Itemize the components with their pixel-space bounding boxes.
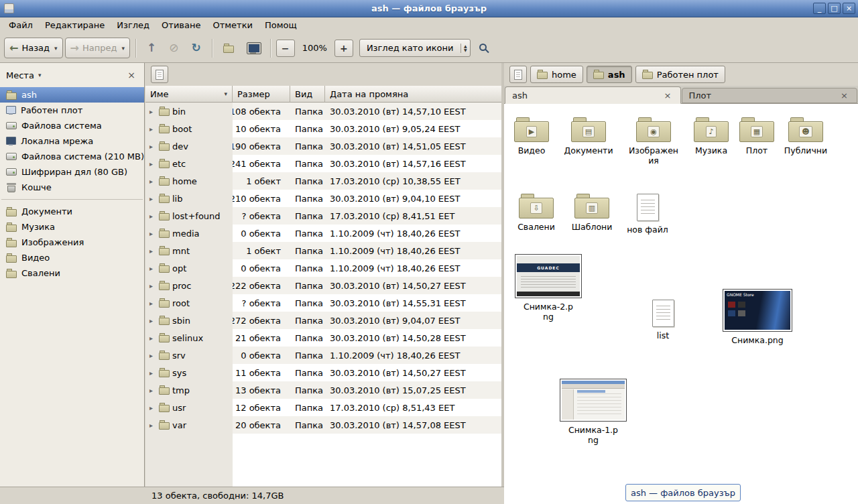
computer-button[interactable] <box>241 38 265 58</box>
table-row[interactable]: ▸lost+found? обектаПапка17.03.2010 (ср) … <box>145 207 501 225</box>
stop-button[interactable]: ⊘ <box>164 38 184 58</box>
expander-icon[interactable]: ▸ <box>149 422 156 429</box>
table-row[interactable]: ▸etc241 обектаПапка30.03.2010 (вт) 14,57… <box>145 155 501 172</box>
icon-view-item[interactable]: Снимка-1.png <box>558 379 628 445</box>
expander-icon[interactable]: ▸ <box>149 369 156 377</box>
expander-icon[interactable]: ▸ <box>149 334 156 342</box>
menu-item-5[interactable]: Помощ <box>259 17 303 34</box>
sidebar-item-7[interactable]: Документи <box>0 204 144 219</box>
path-button-1[interactable]: ash <box>587 66 632 83</box>
icon-view-item[interactable]: нов файл <box>622 194 673 235</box>
column-header-type[interactable]: Вид <box>290 86 325 103</box>
expander-icon[interactable]: ▸ <box>149 317 156 324</box>
sidebar-item-8[interactable]: Музика <box>0 219 144 235</box>
zoom-in-button[interactable]: + <box>334 40 353 57</box>
menu-item-2[interactable]: Изглед <box>111 17 156 34</box>
expander-icon[interactable]: ▸ <box>149 387 156 394</box>
sidebar-title[interactable]: Места <box>6 70 34 80</box>
expander-icon[interactable]: ▸ <box>149 300 156 307</box>
column-header-modified[interactable]: Дата на промяна <box>325 86 501 103</box>
menu-item-4[interactable]: Отметки <box>206 17 258 34</box>
path-button-0[interactable]: home <box>530 66 583 83</box>
back-history-chevron-icon[interactable]: ▾ <box>54 45 58 52</box>
table-row[interactable]: ▸dev190 обектаПапка30.03.2010 (вт) 14,51… <box>145 137 501 155</box>
zoom-out-button[interactable]: − <box>276 40 295 57</box>
sidebar-chevron-icon[interactable]: ▾ <box>38 72 42 78</box>
icon-view-item[interactable]: list <box>637 300 688 340</box>
search-button[interactable] <box>473 38 496 58</box>
expander-icon[interactable]: ▸ <box>149 195 156 202</box>
icon-view-item[interactable]: ▦Плот <box>731 117 782 155</box>
forward-history-chevron-icon[interactable]: ▾ <box>121 45 125 52</box>
back-button[interactable]: ← Назад ▾ <box>4 38 63 58</box>
table-row[interactable]: ▸var20 обектаПапка30.03.2010 (вт) 14,57,… <box>145 416 501 434</box>
table-row[interactable]: ▸lib210 обектаПапка30.03.2010 (вт) 9,04,… <box>145 190 501 207</box>
table-row[interactable]: ▸selinux21 обектаПапка30.03.2010 (вт) 14… <box>145 329 501 346</box>
sidebar-item-2[interactable]: Файлова система <box>0 118 144 133</box>
combobox-spinner-icon[interactable]: ▲ ▼ <box>461 44 470 53</box>
expander-icon[interactable]: ▸ <box>149 160 156 168</box>
column-header-size[interactable]: Размер <box>233 86 290 103</box>
forward-button[interactable]: → Напред ▾ <box>65 38 130 58</box>
table-row[interactable]: ▸sys11 обектаПапка30.03.2010 (вт) 14,50,… <box>145 364 501 381</box>
icon-view-item[interactable]: ☻Публични <box>779 117 833 155</box>
table-row[interactable]: ▸root? обектаПапка30.03.2010 (вт) 14,55,… <box>145 294 501 312</box>
table-row[interactable]: ▸sbin272 обектаПапка30.03.2010 (вт) 9,04… <box>145 312 501 329</box>
icon-view-item[interactable]: GNOME StoreСнимка.png <box>721 289 794 345</box>
menu-item-1[interactable]: Редактиране <box>39 17 111 34</box>
expander-icon[interactable]: ▸ <box>149 108 156 115</box>
icon-view-item[interactable]: ▶Видео <box>506 117 557 155</box>
table-row[interactable]: ▸boot10 обектаПапка30.03.2010 (вт) 9,05,… <box>145 120 501 137</box>
table-row[interactable]: ▸opt0 обектаПапка1.10.2009 (чт) 18,40,26… <box>145 259 501 277</box>
expander-icon[interactable]: ▸ <box>149 212 156 220</box>
expander-icon[interactable]: ▸ <box>149 265 156 272</box>
menu-item-3[interactable]: Отиване <box>156 17 206 34</box>
expander-icon[interactable]: ▸ <box>149 247 156 255</box>
tab-close-icon[interactable]: × <box>839 90 850 101</box>
table-row[interactable]: ▸home1 обектПапка17.03.2010 (ср) 10,38,5… <box>145 172 501 190</box>
home-button[interactable] <box>218 38 239 58</box>
table-row[interactable]: ▸proc222 обектаПапка30.03.2010 (вт) 14,5… <box>145 277 501 294</box>
expander-icon[interactable]: ▸ <box>149 404 156 412</box>
sidebar-item-10[interactable]: Видео <box>0 250 144 265</box>
maximize-button[interactable]: □ <box>828 3 841 14</box>
icon-view-item[interactable]: ▤Документи <box>561 117 616 155</box>
sidebar-item-6[interactable]: Кошче <box>0 180 144 195</box>
sidebar-item-3[interactable]: Локална мрежа <box>0 133 144 149</box>
tab-1[interactable]: Плот× <box>682 88 858 103</box>
up-button[interactable]: ↑ <box>141 38 162 58</box>
sidebar-item-0[interactable]: ash <box>0 87 144 103</box>
menu-item-0[interactable]: Файл <box>3 17 39 34</box>
table-row[interactable]: ▸usr12 обектаПапка17.03.2010 (ср) 8,51,4… <box>145 399 501 416</box>
expander-icon[interactable]: ▸ <box>149 125 156 133</box>
reload-button[interactable]: ↻ <box>186 38 206 58</box>
icon-view-item[interactable]: ⇩Свалени <box>511 194 562 232</box>
sidebar-item-9[interactable]: Изображения <box>0 235 144 250</box>
expander-icon[interactable]: ▸ <box>149 282 156 290</box>
icon-view-item[interactable]: ▥Шаблони <box>566 194 617 232</box>
minimize-button[interactable]: _ <box>813 3 826 14</box>
table-row[interactable]: ▸bin108 обектаПапка30.03.2010 (вт) 14,57… <box>145 103 501 120</box>
path-button-2[interactable]: Работен плот <box>635 66 725 83</box>
table-row[interactable]: ▸tmp13 обектаПапка30.03.2010 (вт) 15,07,… <box>145 381 501 399</box>
table-row[interactable]: ▸media0 обектаПапка1.10.2009 (чт) 18,40,… <box>145 225 501 242</box>
view-mode-combobox[interactable]: Изглед като икони ▲ ▼ <box>359 39 471 57</box>
icon-view-item[interactable]: GUADECСнимка-2.png <box>513 254 583 322</box>
location-toggle-button[interactable] <box>151 66 168 83</box>
expander-icon[interactable]: ▸ <box>149 230 156 237</box>
expander-icon[interactable]: ▸ <box>149 352 156 359</box>
sidebar-close-icon[interactable]: × <box>125 70 138 80</box>
expander-icon[interactable]: ▸ <box>149 178 156 185</box>
tab-close-icon[interactable]: × <box>662 90 674 101</box>
sidebar-item-5[interactable]: Шифриран дял (80 GB) <box>0 164 144 180</box>
icon-view-item[interactable]: ♪Музика <box>684 117 738 155</box>
column-header-name[interactable]: Име ▾ <box>145 86 233 103</box>
taskbar-window-button[interactable]: ash — файлов браузър <box>625 484 741 501</box>
location-toggle-button[interactable] <box>509 66 527 83</box>
tab-0[interactable]: ash× <box>505 86 681 104</box>
expander-icon[interactable]: ▸ <box>149 143 156 150</box>
table-row[interactable]: ▸srv0 обектаПапка1.10.2009 (чт) 18,40,26… <box>145 346 501 364</box>
table-row[interactable]: ▸mnt1 обектПапка1.10.2009 (чт) 18,40,26 … <box>145 242 501 259</box>
close-button[interactable]: × <box>843 3 855 14</box>
icon-view-item[interactable]: ◉Изображения <box>625 117 682 166</box>
